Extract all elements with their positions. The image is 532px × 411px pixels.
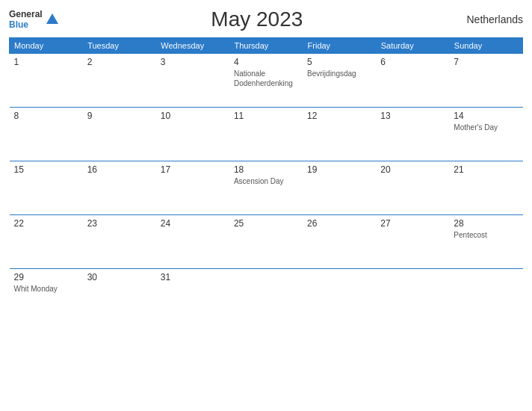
holiday-label: Bevrijdingsdag (307, 69, 371, 78)
day-cell (376, 269, 449, 323)
day-number: 14 (454, 111, 518, 121)
day-number: 4 (234, 57, 298, 67)
day-number: 11 (234, 111, 298, 121)
calendar-title: May 2023 (58, 7, 456, 31)
day-cell: 11 (229, 108, 303, 161)
day-cell: 6 (376, 54, 449, 108)
day-number: 20 (380, 164, 445, 175)
day-cell (229, 269, 303, 323)
holiday-label: Ascension Day (234, 176, 298, 186)
holiday-label: Mother's Day (454, 123, 518, 132)
day-cell: 14Mother's Day (449, 108, 522, 161)
calendar-table: Monday Tuesday Wednesday Thursday Friday… (9, 37, 523, 323)
day-number: 5 (307, 57, 371, 67)
col-thursday: Thursday (229, 38, 303, 54)
day-number: 29 (14, 272, 78, 282)
day-cell: 29Whit Monday (10, 269, 83, 323)
day-number: 13 (380, 111, 445, 121)
col-saturday: Saturday (376, 38, 449, 54)
day-cell: 19 (303, 161, 376, 215)
day-cell: 2 (83, 54, 156, 108)
day-number: 3 (161, 57, 225, 67)
day-number: 2 (87, 57, 152, 67)
day-cell: 28Pentecost (449, 215, 522, 269)
day-cell: 10 (156, 108, 229, 161)
day-number: 16 (87, 164, 152, 175)
day-cell: 18Ascension Day (229, 161, 303, 215)
day-number: 8 (14, 111, 78, 121)
day-number: 15 (14, 164, 78, 175)
day-cell: 16 (83, 161, 156, 215)
col-wednesday: Wednesday (156, 38, 229, 54)
day-number: 25 (234, 218, 298, 229)
day-number: 22 (14, 218, 78, 229)
day-cell: 25 (229, 215, 303, 269)
logo-triangle-icon (46, 13, 58, 24)
day-cell: 15 (10, 161, 83, 215)
day-number: 24 (161, 218, 225, 229)
day-cell: 7 (449, 54, 522, 108)
day-number: 1 (14, 57, 78, 67)
day-cell: 9 (83, 108, 156, 161)
col-friday: Friday (303, 38, 376, 54)
week-row-5: 29Whit Monday3031 (10, 269, 523, 323)
header: General Blue May 2023 Netherlands (9, 7, 523, 31)
day-cell: 24 (156, 215, 229, 269)
day-cell: 3 (156, 54, 229, 108)
day-number: 23 (87, 218, 152, 229)
day-cell: 21 (449, 161, 522, 215)
day-cell: 26 (303, 215, 376, 269)
day-number: 6 (380, 57, 445, 67)
day-cell: 17 (156, 161, 229, 215)
header-row: Monday Tuesday Wednesday Thursday Friday… (10, 38, 523, 54)
day-number: 27 (380, 218, 445, 229)
day-number: 26 (307, 218, 371, 229)
day-number: 31 (161, 272, 225, 282)
day-cell: 27 (376, 215, 449, 269)
day-cell (303, 269, 376, 323)
day-cell: 5Bevrijdingsdag (303, 54, 376, 108)
country-label: Netherlands (456, 13, 523, 25)
day-cell: 23 (83, 215, 156, 269)
day-number: 12 (307, 111, 371, 121)
logo-blue-text: Blue (9, 19, 28, 30)
week-row-1: 1234Nationale Dodenherdenking5Bevrijding… (10, 54, 523, 108)
day-cell: 22 (10, 215, 83, 269)
week-row-4: 22232425262728Pentecost (10, 215, 523, 269)
week-row-3: 15161718Ascension Day192021 (10, 161, 523, 215)
col-monday: Monday (10, 38, 83, 54)
holiday-label: Whit Monday (14, 284, 78, 294)
day-cell: 12 (303, 108, 376, 161)
logo: General Blue (9, 9, 58, 30)
page: General Blue May 2023 Netherlands Monday… (0, 0, 532, 411)
day-number: 17 (161, 164, 225, 175)
day-cell: 1 (10, 54, 83, 108)
day-number: 30 (87, 272, 152, 282)
day-cell: 20 (376, 161, 449, 215)
col-sunday: Sunday (449, 38, 522, 54)
day-cell: 30 (83, 269, 156, 323)
day-number: 21 (454, 164, 518, 175)
logo-general-text: General (9, 9, 43, 19)
day-number: 10 (161, 111, 225, 121)
day-cell: 8 (10, 108, 83, 161)
col-tuesday: Tuesday (83, 38, 156, 54)
day-cell: 31 (156, 269, 229, 323)
day-number: 28 (454, 218, 518, 229)
week-row-2: 891011121314Mother's Day (10, 108, 523, 161)
day-number: 18 (234, 164, 298, 175)
day-number: 9 (87, 111, 152, 121)
day-cell: 4Nationale Dodenherdenking (229, 54, 303, 108)
day-number: 19 (307, 164, 371, 175)
holiday-label: Pentecost (454, 230, 518, 240)
day-number: 7 (454, 57, 518, 67)
day-cell: 13 (376, 108, 449, 161)
holiday-label: Nationale Dodenherdenking (234, 69, 298, 88)
day-cell (449, 269, 522, 323)
